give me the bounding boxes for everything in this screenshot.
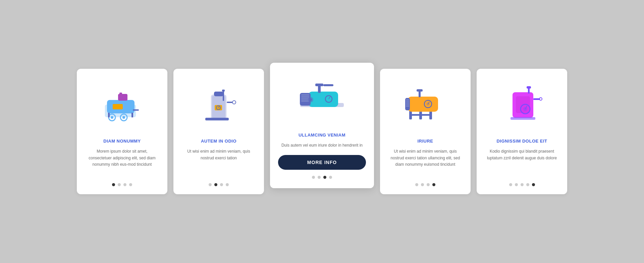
svg-rect-8 [119, 93, 122, 95]
card-3: ULLAMCING VENIAM Duis autem vel eum iriu… [270, 63, 374, 188]
svg-rect-27 [301, 96, 309, 98]
dot [312, 176, 315, 179]
svg-point-22 [232, 101, 236, 104]
dot [509, 183, 512, 186]
svg-rect-59 [533, 98, 540, 100]
dot [521, 183, 524, 186]
dot [323, 176, 326, 179]
dot [532, 183, 535, 186]
svg-rect-31 [315, 84, 323, 86]
card-1-dots [112, 183, 132, 186]
svg-rect-41 [408, 97, 438, 112]
svg-rect-32 [323, 84, 333, 86]
dot [123, 183, 126, 186]
dot [526, 183, 529, 186]
card-1-title: DIAM NONUMMY [103, 139, 141, 144]
dot [129, 183, 132, 186]
compressor-horizontal-icon [295, 77, 349, 121]
card-2-title: AUTEM IN ODIO [201, 139, 236, 144]
compressor-trailer-icon [99, 85, 146, 125]
svg-rect-29 [301, 100, 309, 102]
compressor-orange-icon [402, 85, 449, 125]
dot [318, 176, 321, 179]
svg-rect-11 [131, 113, 133, 117]
card-5-text: Kodio dignissim qui blandit praesent lup… [485, 148, 559, 177]
cards-container: DIAM NONUMMY Morem ipsum dolor sit amet,… [57, 69, 587, 194]
svg-rect-21 [227, 102, 233, 103]
svg-rect-43 [406, 99, 409, 101]
svg-rect-45 [406, 103, 409, 105]
icon-area-2 [181, 78, 256, 132]
svg-rect-61 [511, 117, 535, 120]
dot [220, 183, 223, 186]
dot [112, 183, 115, 186]
card-4-text: Ut wisi enim ad minim veniam, quis nostr… [388, 148, 463, 177]
svg-rect-7 [118, 94, 127, 101]
svg-rect-40 [409, 114, 432, 116]
svg-rect-44 [406, 101, 409, 103]
dot [427, 183, 430, 186]
icon-area-5 [485, 78, 559, 132]
card-5: DIGNISSIM DOLOE EIT Kodio dignissim qui … [477, 69, 567, 194]
dot [515, 183, 518, 186]
svg-rect-18 [214, 92, 223, 96]
svg-rect-9 [133, 109, 139, 111]
card-4-title: IRIURE [417, 139, 433, 144]
svg-rect-51 [417, 89, 423, 92]
svg-rect-10 [108, 113, 110, 117]
card-1-text: Morem ipsum dolor sit amet, consectetuer… [85, 148, 159, 177]
dot [329, 176, 332, 179]
svg-rect-58 [527, 86, 531, 89]
icon-area-3 [278, 72, 366, 126]
card-2-text: Ut wisi enim ad minim veniam, quis nostr… [181, 148, 256, 177]
dot [421, 183, 424, 186]
compressor-tank-icon [195, 85, 242, 125]
dot [118, 183, 121, 186]
dot [214, 183, 217, 186]
card-1: DIAM NONUMMY Morem ipsum dolor sit amet,… [77, 69, 167, 194]
svg-rect-26 [301, 94, 309, 96]
icon-area-1 [85, 78, 159, 132]
card-3-text: Duis autem vel eum iriure dolor in hendr… [281, 142, 363, 149]
svg-rect-46 [406, 105, 409, 107]
svg-point-34 [309, 98, 312, 101]
dot [432, 183, 435, 186]
dot [226, 183, 229, 186]
icon-area-4 [388, 78, 463, 132]
card-5-title: DIGNISSIM DOLOE EIT [496, 139, 547, 144]
dot [209, 183, 212, 186]
card-2-dots [209, 183, 229, 186]
card-4: IRIURE Ut wisi enim ad minim veniam, qui… [380, 69, 471, 194]
card-5-dots [509, 183, 535, 186]
compressor-pink-icon [498, 85, 545, 125]
svg-rect-20 [222, 90, 225, 92]
card-3-title: ULLAMCING VENIAM [299, 133, 345, 138]
card-3-dots [312, 176, 332, 179]
card-4-dots [415, 183, 435, 186]
dot [415, 183, 418, 186]
svg-rect-19 [223, 91, 224, 101]
svg-rect-6 [113, 104, 123, 109]
more-info-button[interactable]: MORE INFO [278, 155, 366, 170]
card-2: AUTEM IN ODIO Ut wisi enim ad minim veni… [173, 69, 264, 194]
